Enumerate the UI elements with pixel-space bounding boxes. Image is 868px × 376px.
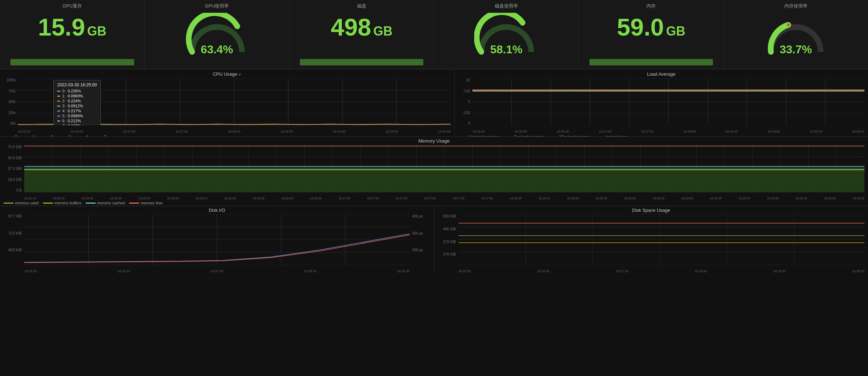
svg-point-0 (235, 25, 239, 28)
disk-title: 磁盘 (357, 3, 366, 9)
load-chart-panel: Load Average 107.5052.500 (455, 69, 868, 136)
legend-memory-free: memory free (141, 201, 163, 205)
svg-point-2 (787, 23, 790, 26)
memory-usage-title: 内存使用率 (784, 3, 808, 9)
middle-charts-row: CPU Usage ∨ 100%75%50%25%0% (0, 69, 868, 137)
disk-space-title: Disk Space Usage (438, 208, 865, 213)
disk-space-panel: Disk Space Usage 559 GiB466 GiB373 GiB27… (434, 206, 868, 275)
load-legend: 1m load average 5m load average 15m load… (458, 135, 864, 136)
svg-rect-69 (24, 166, 864, 169)
memory-panel: 内存 59.0GB (579, 0, 724, 69)
disk-usage-value: 58.1% (490, 43, 523, 56)
gpu-memory-title: GPU显存 (63, 3, 82, 9)
cpu-tooltip: 2022-03-30 16:25:00 0:0.226% 1:0.0969% 2… (53, 80, 101, 125)
memory-usage-panel: 内存使用率 33.7% (724, 0, 868, 69)
memory-chart-row: Memory Usage 74.5 GiB55.9 GiB37.3 GiB18.… (0, 137, 868, 206)
disk-panel: 磁盘 498GB (290, 0, 434, 69)
disk-io-panel: Disk I/O 97.7 KiB73.2 KiB48.8 KiB 400 μs… (0, 206, 434, 275)
memory-usage-value: 33.7% (780, 43, 812, 56)
gpu-memory-value: 15.9GB (38, 15, 106, 39)
memory-bar (589, 59, 713, 65)
legend-memory-buffers: memory buffers (54, 201, 81, 205)
memory-title: 内存 (646, 3, 656, 9)
disk-usage-gauge: 58.1% (474, 13, 538, 59)
cpu-legend: 0 1 2 3 4 5 (4, 135, 451, 136)
memory-value: 59.0GB (617, 15, 685, 39)
disk-bar (300, 59, 423, 65)
disk-io-title: Disk I/O (4, 208, 430, 213)
tooltip-title: 2022-03-30 16:25:00 (57, 82, 97, 87)
gpu-usage-value: 63.4% (201, 43, 233, 56)
disk-usage-title: 磁盘使用率 (495, 3, 518, 9)
gpu-memory-bar (10, 59, 134, 65)
top-metrics-row: GPU显存 15.9GB GPU使用率 63.4% 磁盘 498GB (0, 0, 868, 69)
legend-memory-used: memory used (15, 201, 39, 205)
legend-memory-cached: memory cached (97, 201, 125, 205)
svg-point-1 (521, 21, 524, 25)
svg-rect-67 (24, 169, 864, 192)
disk-value: 498GB (331, 15, 392, 39)
disk-usage-panel: 磁盘使用率 58.1% (434, 0, 579, 69)
gpu-usage-panel: GPU使用率 63.4% (145, 0, 290, 69)
cpu-chart-panel: CPU Usage ∨ 100%75%50%25%0% (0, 69, 455, 136)
memory-usage-gauge: 33.7% (764, 13, 828, 59)
load-chart-title: Load Average (458, 71, 864, 77)
bottom-charts-row: Disk I/O 97.7 KiB73.2 KiB48.8 KiB 400 μs… (0, 206, 868, 275)
gpu-memory-panel: GPU显存 15.9GB (0, 0, 145, 69)
gpu-usage-title: GPU使用率 (205, 3, 229, 9)
cpu-chart-title: CPU Usage ∨ (4, 71, 451, 77)
gpu-usage-gauge: 63.4% (185, 13, 249, 59)
memory-chart-title: Memory Usage (4, 138, 864, 144)
memory-legend: memory used memory buffers memory cached… (4, 201, 864, 205)
